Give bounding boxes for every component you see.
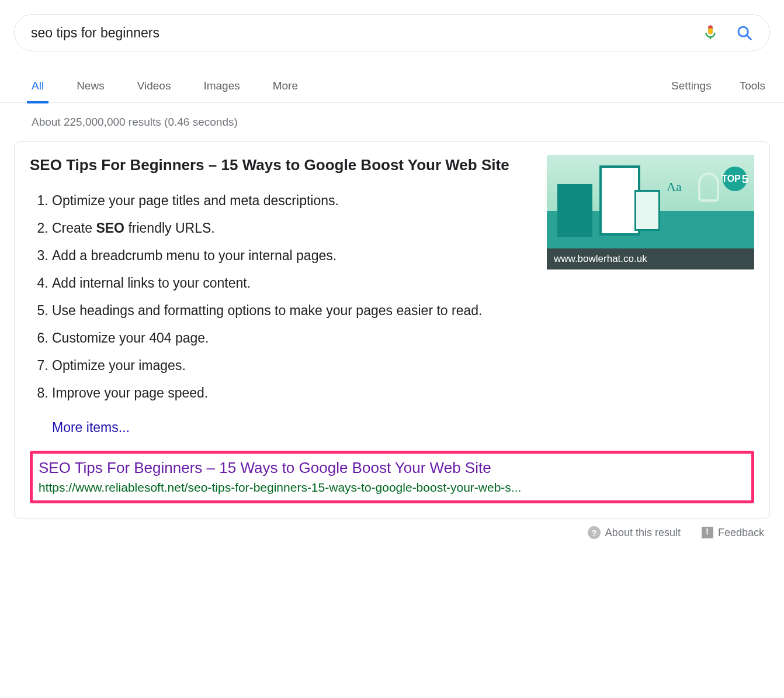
- snippet-text: SEO Tips For Beginners – 15 Ways to Goog…: [30, 155, 533, 436]
- list-item: Optimize your images.: [52, 352, 533, 379]
- result-title-link[interactable]: SEO Tips For Beginners – 15 Ways to Goog…: [39, 458, 745, 478]
- mic-icon[interactable]: [702, 24, 719, 42]
- tab-news[interactable]: News: [74, 69, 107, 103]
- tab-more[interactable]: More: [270, 69, 300, 103]
- thumbnail-source: www.bowlerhat.co.uk: [547, 248, 754, 269]
- result-link-highlight: SEO Tips For Beginners – 15 Ways to Goog…: [30, 451, 754, 503]
- snippet-thumbnail[interactable]: Aa TOP 5 www.bowlerhat.co.uk: [547, 155, 754, 436]
- search-input[interactable]: [31, 25, 695, 41]
- about-label: About this result: [605, 527, 681, 539]
- list-item: Optimize your page titles and meta descr…: [52, 187, 533, 215]
- search-bar: [14, 14, 770, 51]
- feedback-link[interactable]: Feedback: [702, 527, 764, 539]
- list-item: Add internal links to your content.: [52, 269, 533, 297]
- top5-badge-icon: TOP 5: [723, 167, 747, 191]
- result-stats: About 225,000,000 results (0.46 seconds): [0, 103, 784, 141]
- featured-snippet-card: SEO Tips For Beginners – 15 Ways to Goog…: [14, 141, 770, 519]
- list-item: Add a breadcrumb menu to your internal p…: [52, 242, 533, 269]
- snippet-footer: ? About this result Feedback: [0, 526, 764, 539]
- tools-link[interactable]: Tools: [740, 80, 765, 92]
- snippet-title: SEO Tips For Beginners – 15 Ways to Goog…: [30, 155, 533, 175]
- result-url: https://www.reliablesoft.net/seo-tips-fo…: [39, 481, 745, 495]
- list-item: Use headings and formatting options to m…: [52, 297, 533, 324]
- tab-videos[interactable]: Videos: [135, 69, 174, 103]
- list-item: Create SEO friendly URLS.: [52, 215, 533, 242]
- tabs-row: All News Videos Images More Settings Too…: [0, 69, 784, 103]
- tab-images[interactable]: Images: [201, 69, 242, 103]
- search-icon[interactable]: [736, 24, 753, 42]
- lock-icon: [698, 172, 719, 202]
- list-item: Improve your page speed.: [52, 379, 533, 407]
- thumbnail-image: Aa TOP 5: [547, 155, 754, 248]
- search-tabs: All News Videos Images More: [29, 69, 300, 103]
- settings-link[interactable]: Settings: [671, 80, 712, 92]
- snippet-ordered-list: Optimize your page titles and meta descr…: [30, 187, 533, 407]
- tabs-right: Settings Tools: [671, 80, 765, 92]
- search-actions: [702, 24, 753, 42]
- feedback-icon: [702, 527, 713, 538]
- svg-line-1: [747, 35, 751, 39]
- about-this-result-link[interactable]: ? About this result: [588, 526, 681, 539]
- tab-all[interactable]: All: [29, 69, 46, 103]
- typography-icon: Aa: [667, 179, 682, 195]
- list-item: Customize your 404 page.: [52, 324, 533, 352]
- feedback-label: Feedback: [718, 527, 764, 539]
- more-items-link[interactable]: More items...: [52, 420, 130, 436]
- help-icon: ?: [588, 526, 601, 539]
